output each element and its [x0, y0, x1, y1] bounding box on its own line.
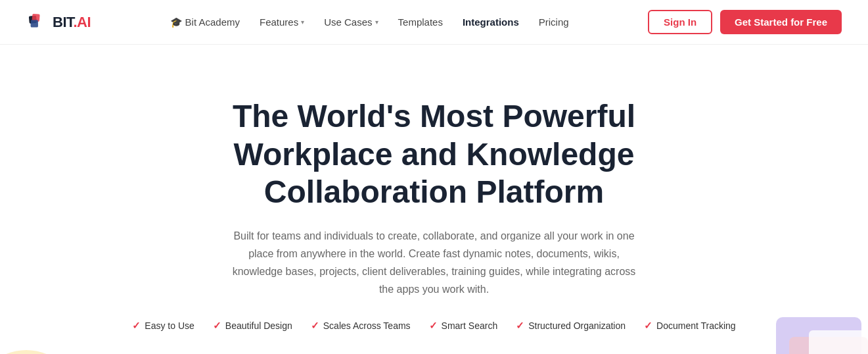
check-icon-smart-search: ✓: [429, 320, 438, 332]
nav-link-templates[interactable]: Templates: [390, 13, 451, 32]
nav-item-features: Features ▾: [252, 13, 312, 32]
logo[interactable]: BIT.AI: [26, 11, 91, 34]
svg-rect-2: [31, 20, 38, 27]
nav-link-pricing[interactable]: Pricing: [531, 13, 577, 32]
nav-item-bit-academy: 🎓 Bit Academy: [162, 13, 248, 32]
svg-rect-9: [809, 330, 868, 354]
nav-item-integrations: Integrations: [455, 13, 527, 32]
nav-actions: Sign In Get Started for Free: [648, 10, 842, 34]
check-icon-easy-use: ✓: [132, 320, 141, 332]
nav-link-features[interactable]: Features ▾: [252, 13, 312, 32]
check-icon-doc-tracking: ✓: [644, 320, 652, 332]
check-icon-structured-org: ✓: [516, 320, 524, 332]
nav-links: 🎓 Bit Academy Features ▾ Use Cases ▾ Tem…: [162, 13, 577, 32]
logo-text: BIT.AI: [53, 14, 91, 31]
feature-structured-org: ✓ Structured Organization: [516, 320, 626, 332]
nav-link-integrations[interactable]: Integrations: [455, 13, 527, 32]
feature-beautiful-design: ✓ Beautiful Design: [213, 320, 292, 332]
chevron-down-icon-2: ▾: [375, 18, 378, 26]
signin-button[interactable]: Sign In: [648, 10, 712, 34]
mortarboard-icon: 🎓: [170, 16, 183, 28]
hero-title: The World's Most Powerful Workplace and …: [165, 97, 704, 211]
get-started-nav-button[interactable]: Get Started for Free: [720, 10, 842, 34]
feature-smart-search: ✓ Smart Search: [429, 320, 498, 332]
feature-scales-teams: ✓ Scales Across Teams: [311, 320, 411, 332]
bit-logo-icon: [26, 11, 49, 34]
hero-section: The World's Most Powerful Workplace and …: [0, 45, 868, 354]
nav-item-use-cases: Use Cases ▾: [316, 13, 386, 32]
nav-item-pricing: Pricing: [531, 13, 577, 32]
svg-rect-7: [789, 337, 868, 354]
svg-point-3: [0, 350, 79, 354]
chevron-down-icon: ▾: [301, 18, 304, 26]
hero-subtitle: Built for teams and individuals to creat…: [224, 227, 645, 299]
nav-link-use-cases[interactable]: Use Cases ▾: [316, 13, 386, 32]
check-icon-beautiful-design: ✓: [213, 320, 221, 332]
nav-link-bit-academy[interactable]: 🎓 Bit Academy: [162, 13, 248, 32]
check-icon-scales-teams: ✓: [311, 320, 319, 332]
feature-list: ✓ Easy to Use ✓ Beautiful Design ✓ Scale…: [13, 320, 855, 332]
navbar: BIT.AI 🎓 Bit Academy Features ▾ Use Case…: [0, 0, 868, 45]
nav-item-templates: Templates: [390, 13, 451, 32]
feature-easy-use: ✓ Easy to Use: [132, 320, 194, 332]
feature-doc-tracking: ✓ Document Tracking: [644, 320, 736, 332]
